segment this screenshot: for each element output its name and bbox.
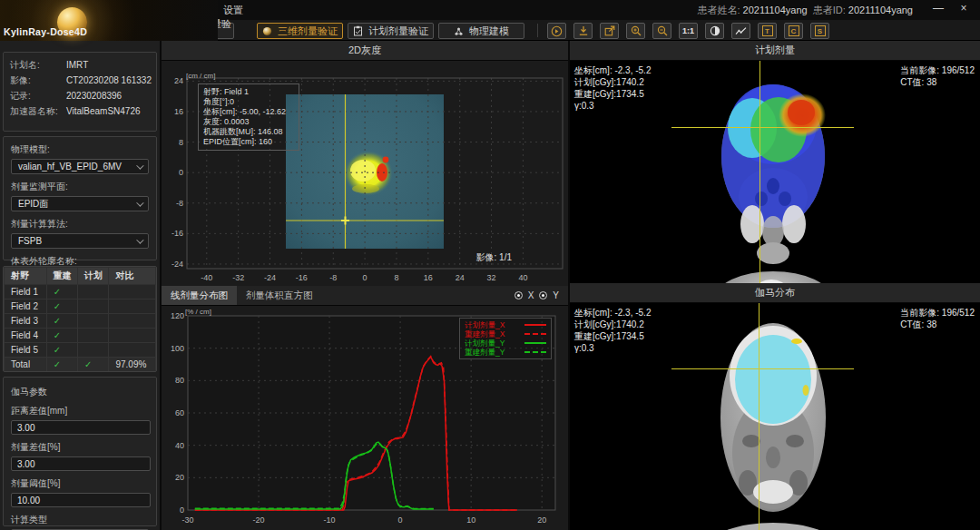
close-button[interactable]: × (953, 0, 975, 18)
info-line: 计划[cGy]:1740.2 (574, 76, 651, 88)
c-label: C (789, 25, 799, 36)
chevron-down-icon (136, 199, 143, 206)
toolbar-separator (537, 24, 538, 37)
gray2d-panel-header: 2D灰度 (162, 41, 568, 61)
table-row[interactable]: Total✓✓97.09% (5, 358, 156, 372)
x-tick: 16 (424, 273, 433, 282)
dose-algorithm-value: FSPB (18, 236, 42, 246)
physics-model-label: 物理模型: (11, 143, 149, 156)
table-row[interactable]: Field 3✓ (5, 314, 156, 329)
tab-physics-modeling[interactable]: 物理建模 (438, 23, 524, 39)
text-s-button[interactable]: S (810, 23, 829, 39)
y-tick: 0 (179, 168, 183, 177)
table-row[interactable]: Field 2✓ (5, 299, 156, 314)
x-tick: -10 (324, 515, 336, 525)
text-c-button[interactable]: C (784, 23, 803, 39)
molecule-icon (454, 26, 464, 36)
zoom-in-button[interactable] (626, 23, 645, 39)
tab-dvh[interactable]: 剂量体积直方图 (237, 286, 322, 305)
table-header: 重建 (46, 268, 77, 285)
physics-model-dropdown[interactable]: valian_hf_VB_EPID_6MV (11, 159, 149, 174)
minimize-button[interactable]: — (927, 0, 949, 18)
legend-item: 计划剂量_X (465, 320, 546, 329)
y-tick: 0 (180, 505, 184, 515)
legend-line-sample (524, 342, 546, 344)
dose-diff-input[interactable] (11, 456, 151, 471)
line-dose-chart[interactable]: [% / cm] -30-20-1001020020406080100120 计… (162, 306, 568, 530)
legend-line-sample (524, 333, 546, 335)
x-tick: 10 (466, 515, 475, 525)
text-t-button[interactable]: T (758, 23, 777, 39)
export-button[interactable] (600, 23, 619, 39)
contrast-button[interactable] (705, 23, 724, 39)
gamma-params-title: 伽马参数 (11, 386, 149, 398)
gray2d-viewport[interactable]: [cm / cm] -40-32-24-16-80816243240241680… (162, 61, 568, 286)
radio-x[interactable] (514, 291, 523, 299)
one-to-one-button[interactable]: 1:1 (679, 23, 698, 39)
zoom-out-button[interactable] (652, 23, 671, 39)
chevron-down-icon (136, 162, 143, 169)
plan-info-row: 记录:20230208396 (4, 88, 156, 103)
axis-radio-group: X Y (514, 286, 568, 305)
download-button[interactable] (573, 23, 593, 39)
info-line: EPID位置[cm]: 160 (203, 137, 294, 147)
crosshair-horizontal (671, 368, 854, 369)
gamma-dist-image-info: 当前影像: 196/512CT值: 38 (900, 307, 975, 330)
y-tick: 40 (175, 441, 184, 450)
monitor-plane-dropdown[interactable]: EPID面 (11, 196, 149, 211)
y-tick: -8 (176, 199, 183, 208)
plan-dose-title: 计划剂量 (755, 44, 795, 57)
tab-label: 三维剂量验证 (278, 25, 338, 38)
gamma-dist-viewport[interactable]: 坐标[cm]: -2.3, -5.2计划[cGy]:1740.2重建[cGy]:… (570, 303, 980, 530)
y-tick: 8 (179, 138, 183, 147)
crosshair-horizontal (671, 127, 854, 128)
x-tick: -24 (264, 273, 276, 282)
distance-diff-input[interactable] (11, 420, 151, 435)
patient-name-label: 患者姓名: (697, 5, 740, 15)
gray2d-title: 2D灰度 (348, 44, 381, 57)
beam-info-box: 射野: Field 1角度[°]:0坐标[cm]: -5.00, -12.62灰… (198, 83, 299, 151)
info-line: 坐标[cm]: -2.3, -5.2 (574, 64, 651, 76)
field-table-box: 射野重建计划对比Field 1✓Field 2✓Field 3✓Field 4✓… (3, 266, 157, 372)
tab-plan-dose-verification[interactable]: 计划剂量验证 (348, 23, 434, 39)
table-row[interactable]: Field 4✓ (5, 329, 156, 343)
patient-info: 患者姓名: 20211104yang患者ID: 20211104yang (697, 4, 918, 17)
dose-threshold-input[interactable] (11, 493, 151, 507)
info-line: 坐标[cm]: -5.00, -12.62 (203, 107, 294, 117)
dose-algorithm-dropdown[interactable]: FSPB (11, 233, 149, 249)
plan-dose-viewport[interactable]: 坐标[cm]: -2.3, -5.2计划[cGy]:1740.2重建[cGy]:… (570, 61, 980, 283)
clipboard-icon (353, 25, 363, 36)
y-tick: -16 (172, 229, 183, 238)
info-line: 灰度: 0.0003 (203, 117, 294, 127)
x-tick: 0 (398, 515, 403, 525)
table-row[interactable]: Field 5✓ (5, 343, 156, 358)
gamma-dist-info: 坐标[cm]: -2.3, -5.2计划[cGy]:1740.2重建[cGy]:… (574, 307, 651, 354)
tab-line-dose-profile[interactable]: 线剂量分布图 (162, 286, 237, 305)
tab-3d-dose-verification[interactable]: 三维剂量验证 (257, 23, 343, 39)
chart-legend: 计划剂量_X重建剂量_X计划剂量_Y重建剂量_Y (459, 318, 552, 359)
app-name: KylinRay-Dose4D (4, 26, 87, 37)
left-sidebar: 计划名:IMRT影像:CT20230208 161332记录:202302083… (0, 41, 160, 530)
x-tick: -30 (181, 515, 193, 525)
y-tick: -24 (172, 260, 183, 269)
menu-settings[interactable]: 设置 (223, 4, 243, 17)
curve-button[interactable] (731, 23, 750, 39)
monitor-plane-label: 剂量监测平面: (11, 181, 149, 193)
x-tick: -8 (329, 273, 337, 282)
play-circle-button[interactable] (547, 23, 566, 39)
plan-info-box: 计划名:IMRT影像:CT20230208 161332记录:202302083… (3, 52, 157, 132)
legend-line-sample (524, 351, 546, 353)
sphere-icon (262, 26, 272, 36)
radio-y[interactable] (539, 291, 547, 299)
crosshair-vertical (760, 61, 760, 283)
s-label: S (815, 25, 826, 36)
y-tick: 24 (174, 76, 183, 85)
one-to-one-label: 1:1 (682, 26, 694, 35)
patient-id-label: 患者ID: (813, 5, 846, 15)
table-row[interactable]: Field 1✓ (5, 285, 156, 299)
y-tick: 20 (175, 473, 184, 482)
info-line: CT值: 38 (900, 319, 975, 330)
monitor-plane-value: EPID面 (18, 198, 48, 211)
plan-dose-info: 坐标[cm]: -2.3, -5.2计划[cGy]:1740.2重建[cGy]:… (574, 64, 651, 112)
info-line: 重建[cGy]:1734.5 (574, 88, 651, 100)
